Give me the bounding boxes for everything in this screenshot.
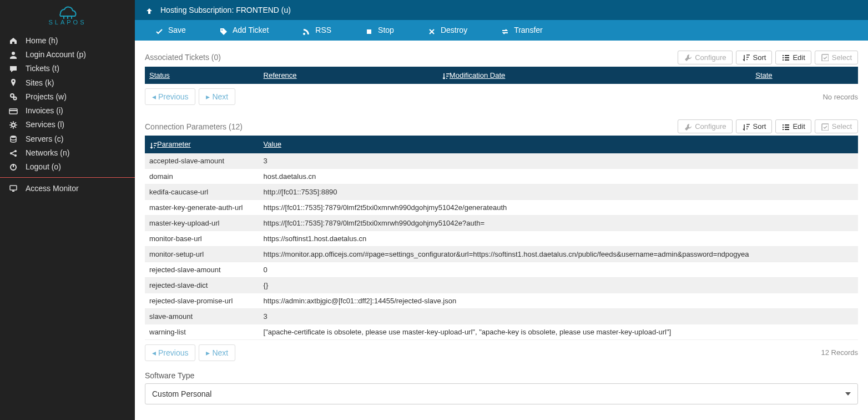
sidebar-item-power[interactable]: Logout (o) [0,160,135,174]
param-value: https://[fc01::7535]:7879/0lmf2t5txi0xmr… [259,199,858,215]
stop-action[interactable]: Stop [365,26,394,34]
col-status[interactable]: Status [145,67,259,84]
param-value: 3 [259,153,858,169]
db-icon [9,134,18,143]
sidebar-item-home[interactable]: Home (h) [0,33,135,47]
param-name: accepted-slave-amount [145,153,259,169]
select-button[interactable]: Select [815,51,858,64]
tickets-record-count: No records [822,93,858,101]
col-value[interactable]: Value [259,136,858,153]
sidebar-item-label: Services (l) [26,120,64,129]
sort-button[interactable]: Sort [736,51,773,64]
param-value: https://[fc01::7535]:7879/0lmf2t5txi0xmr… [259,215,858,231]
param-value: https://admin:axtbjgic@[fc01::dff2]:1445… [259,293,858,308]
check-icon [155,26,163,34]
logo: SLAPOS [0,0,135,30]
brand-text: SLAPOS [0,19,135,26]
software-type-select[interactable]: Custom Personal [145,383,858,404]
sidebar-item-label: Access Monitor [26,184,79,193]
table-row[interactable]: rejected-slave-amount0 [145,262,858,277]
sidebar-item-chat[interactable]: Tickets (t) [0,62,135,76]
table-row[interactable]: accepted-slave-amount3 [145,153,858,169]
software-type-value: Custom Personal [152,389,211,398]
software-type-label: Software Type [145,371,858,380]
sidebar-item-label: Login Account (p) [26,50,86,59]
param-value: host.daetalus.cn [259,168,858,184]
desktop-icon [9,183,18,193]
table-row[interactable]: rejected-slave-dict{} [145,277,858,293]
param-value: 0 [259,262,858,277]
tickets-next-button[interactable]: ▸Next [199,88,235,105]
select-button[interactable]: Select [815,119,858,133]
sidebar-item-label: Logout (o) [26,162,61,171]
param-name: rejected-slave-dict [145,277,259,293]
col-modification-date[interactable]: Modification Date [437,67,751,84]
sort-button[interactable]: Sort [736,119,773,133]
save-action[interactable]: Save [155,26,186,34]
stop-icon [365,26,372,34]
param-name: rejected-slave-promise-url [145,293,259,308]
user-icon [9,49,18,59]
param-name: rejected-slave-amount [145,262,259,277]
col-state[interactable]: State [751,67,858,84]
pin-icon [9,78,18,87]
params-prev-button[interactable]: ◂Previous [145,344,195,361]
sidebar-item-label: Home (h) [26,36,58,45]
power-icon [9,162,18,172]
edit-button[interactable]: Edit [775,119,811,133]
sidebar-item-user[interactable]: Login Account (p) [0,47,135,61]
configure-button[interactable]: Configure [678,51,732,64]
table-row[interactable]: slave-amount3 [145,308,858,324]
cloud-logo-icon [53,3,83,20]
tickets-section-title: Associated Tickets (0) [145,53,221,62]
sidebar-item-label: Projects (w) [26,92,67,101]
params-next-button[interactable]: ▸Next [199,344,235,361]
sidebar-item-cog[interactable]: Services (l) [0,118,135,132]
chevron-down-icon [845,392,851,396]
param-name: master-key-upload-url [145,215,259,231]
tickets-section-buttons: Configure Sort Edit Select [678,51,858,64]
add-ticket-action[interactable]: Add Ticket [219,26,269,34]
share-icon [9,148,18,157]
sidebar-item-access-monitor[interactable]: Access Monitor [0,181,135,195]
sidebar-item-label: Servers (c) [26,134,63,143]
table-row[interactable]: kedifa-caucase-urlhttp://[fc01::7535]:88… [145,184,858,199]
edit-button[interactable]: Edit [775,51,811,64]
params-section-title: Connection Parameters (12) [145,122,243,131]
params-table: Parameter Value accepted-slave-amount3do… [145,136,858,340]
configure-button[interactable]: Configure [678,119,732,133]
table-row[interactable]: master-key-generate-auth-urlhttps://[fc0… [145,199,858,215]
chat-icon [9,64,18,73]
sidebar-item-share[interactable]: Networks (n) [0,146,135,159]
destroy-action[interactable]: Destroy [427,26,467,34]
table-row[interactable]: monitor-setup-urlhttps://monitor.app.off… [145,246,858,262]
table-row[interactable]: monitor-base-urlhttps://softinst1.host.d… [145,231,858,246]
param-value: 3 [259,308,858,324]
transfer-action[interactable]: Transfer [501,26,543,34]
param-name: monitor-setup-url [145,246,259,262]
table-row[interactable]: rejected-slave-promise-urlhttps://admin:… [145,293,858,308]
transfer-icon [501,26,508,34]
sidebar-item-card[interactable]: Invoices (i) [0,103,135,117]
sidebar-item-label: Sites (k) [26,78,54,87]
table-row[interactable]: master-key-upload-urlhttps://[fc01::7535… [145,215,858,231]
sidebar-item-gears[interactable]: Projects (w) [0,89,135,103]
main-content: Hosting Subscription: FRONTEND (u) SaveA… [135,0,868,420]
sidebar-item-pin[interactable]: Sites (k) [0,76,135,89]
table-row[interactable]: warning-list["apache-certificate is obso… [145,324,858,339]
rss-action[interactable]: RSS [302,26,331,34]
page-title: Hosting Subscription: FRONTEND (u) [160,6,291,14]
tickets-table: Status Reference Modification Date State [145,67,858,84]
col-parameter[interactable]: Parameter [145,136,259,153]
up-arrow-icon[interactable] [145,6,153,14]
sidebar-item-label: Tickets (t) [26,64,59,73]
table-row[interactable]: domainhost.daetalus.cn [145,168,858,184]
home-icon [9,36,18,45]
param-name: kedifa-caucase-url [145,184,259,199]
sidebar-item-db[interactable]: Servers (c) [0,132,135,146]
tickets-prev-button[interactable]: ◂Previous [145,88,195,105]
param-name: slave-amount [145,308,259,324]
col-reference[interactable]: Reference [259,67,437,84]
sidebar-item-label: Networks (n) [26,148,69,157]
param-name: domain [145,168,259,184]
